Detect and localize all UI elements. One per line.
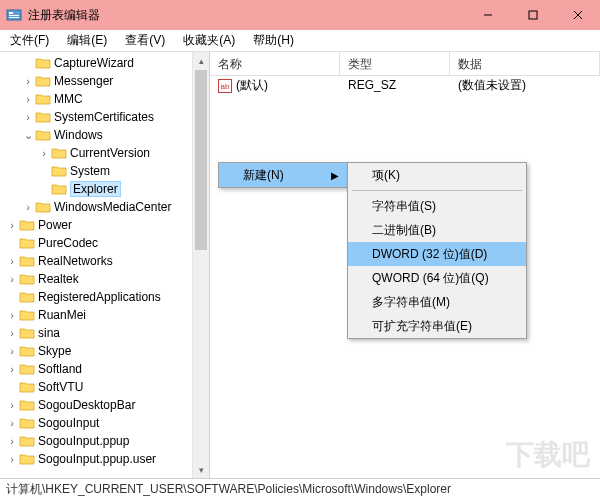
tree-node-label: SoftVTU xyxy=(38,380,83,394)
svg-rect-3 xyxy=(9,17,19,18)
tree-node[interactable]: ›SystemCertificates xyxy=(0,108,209,126)
tree-node[interactable]: System xyxy=(0,162,209,180)
menu-view[interactable]: 查看(V) xyxy=(119,30,171,51)
folder-icon xyxy=(51,146,67,160)
tree-node[interactable]: CaptureWizard xyxy=(0,54,209,72)
ctx-dword[interactable]: DWORD (32 位)值(D) xyxy=(348,242,526,266)
close-button[interactable] xyxy=(555,0,600,30)
tree-node[interactable]: PureCodec xyxy=(0,234,209,252)
tree-node[interactable]: ›SogouInput.ppup xyxy=(0,432,209,450)
expand-toggle-icon[interactable]: › xyxy=(22,76,34,87)
menu-separator xyxy=(352,190,522,191)
expand-toggle-icon[interactable]: › xyxy=(22,112,34,123)
expand-toggle-icon[interactable]: › xyxy=(6,400,18,411)
tree-node[interactable]: RegisteredApplications xyxy=(0,288,209,306)
tree-node[interactable]: ›SogouInput xyxy=(0,414,209,432)
expand-toggle-icon[interactable]: › xyxy=(6,274,18,285)
tree-node[interactable]: ›Power xyxy=(0,216,209,234)
scroll-down-icon[interactable]: ▾ xyxy=(193,461,209,478)
tree-node[interactable]: Explorer xyxy=(0,180,209,198)
svg-rect-2 xyxy=(9,15,19,16)
expand-toggle-icon[interactable]: › xyxy=(6,364,18,375)
expand-toggle-icon[interactable]: › xyxy=(6,418,18,429)
value-name: (默认) xyxy=(236,78,268,92)
expand-toggle-icon[interactable]: › xyxy=(6,346,18,357)
tree-node[interactable]: ›MMC xyxy=(0,90,209,108)
tree-node[interactable]: ›SogouInput.ppup.user xyxy=(0,450,209,468)
folder-icon xyxy=(19,452,35,466)
folder-icon xyxy=(19,218,35,232)
tree-node[interactable]: ›WindowsMediaCenter xyxy=(0,198,209,216)
ctx-string[interactable]: 字符串值(S) xyxy=(348,194,526,218)
scroll-up-icon[interactable]: ▴ xyxy=(193,52,209,69)
ctx-multi[interactable]: 多字符串值(M) xyxy=(348,290,526,314)
tree-node-label: RealNetworks xyxy=(38,254,113,268)
tree-node[interactable]: ›sina xyxy=(0,324,209,342)
ctx-new[interactable]: 新建(N) ▶ xyxy=(219,163,347,187)
tree-scrollbar[interactable]: ▴ ▾ xyxy=(192,52,209,478)
submenu-arrow-icon: ▶ xyxy=(331,170,339,181)
tree-node[interactable]: ›Softland xyxy=(0,360,209,378)
folder-icon xyxy=(19,254,35,268)
folder-icon xyxy=(35,110,51,124)
app-icon xyxy=(6,7,22,23)
ctx-key[interactable]: 项(K) xyxy=(348,163,526,187)
tree-node-label: Skype xyxy=(38,344,71,358)
tree-node-label: Realtek xyxy=(38,272,79,286)
ctx-qword[interactable]: QWORD (64 位)值(Q) xyxy=(348,266,526,290)
tree-node-label: PureCodec xyxy=(38,236,98,250)
ctx-expand[interactable]: 可扩充字符串值(E) xyxy=(348,314,526,338)
expand-toggle-icon[interactable]: › xyxy=(22,202,34,213)
tree-node-label: Explorer xyxy=(70,181,121,197)
expand-toggle-icon[interactable]: › xyxy=(6,328,18,339)
tree-node-label: RegisteredApplications xyxy=(38,290,161,304)
expand-toggle-icon[interactable]: › xyxy=(6,454,18,465)
folder-icon xyxy=(35,92,51,106)
tree-node[interactable]: ›Skype xyxy=(0,342,209,360)
tree-node[interactable]: ⌄Windows xyxy=(0,126,209,144)
menu-favorites[interactable]: 收藏夹(A) xyxy=(177,30,241,51)
expand-toggle-icon[interactable]: › xyxy=(38,148,50,159)
value-type: REG_SZ xyxy=(340,78,450,92)
tree-node[interactable]: ›Realtek xyxy=(0,270,209,288)
tree-node[interactable]: SoftVTU xyxy=(0,378,209,396)
minimize-button[interactable] xyxy=(465,0,510,30)
expand-toggle-icon[interactable]: › xyxy=(22,94,34,105)
expand-toggle-icon[interactable]: › xyxy=(6,436,18,447)
list-header: 名称 类型 数据 xyxy=(210,52,600,76)
folder-icon xyxy=(19,362,35,376)
tree-node-label: RuanMei xyxy=(38,308,86,322)
tree-node-label: CaptureWizard xyxy=(54,56,134,70)
expand-toggle-icon[interactable]: ⌄ xyxy=(22,130,34,141)
expand-toggle-icon[interactable]: › xyxy=(6,256,18,267)
menu-edit[interactable]: 编辑(E) xyxy=(61,30,113,51)
scrollbar-thumb[interactable] xyxy=(195,70,207,250)
list-row[interactable]: ab(默认) REG_SZ (数值未设置) xyxy=(210,76,600,94)
tree-node[interactable]: ›SogouDesktopBar xyxy=(0,396,209,414)
ctx-binary[interactable]: 二进制值(B) xyxy=(348,218,526,242)
tree-node-label: CurrentVersion xyxy=(70,146,150,160)
tree-node[interactable]: ›RuanMei xyxy=(0,306,209,324)
tree-node-label: Messenger xyxy=(54,74,113,88)
folder-icon xyxy=(19,326,35,340)
expand-toggle-icon[interactable]: › xyxy=(6,220,18,231)
folder-icon xyxy=(35,56,51,70)
menu-file[interactable]: 文件(F) xyxy=(4,30,55,51)
tree-node[interactable]: ›CurrentVersion xyxy=(0,144,209,162)
folder-icon xyxy=(19,308,35,322)
tree-node[interactable]: ›RealNetworks xyxy=(0,252,209,270)
status-path: 计算机\HKEY_CURRENT_USER\SOFTWARE\Policies\… xyxy=(6,481,451,498)
string-value-icon: ab xyxy=(218,79,232,93)
col-name[interactable]: 名称 xyxy=(210,52,340,75)
tree-node-label: SogouInput.ppup.user xyxy=(38,452,156,466)
folder-icon xyxy=(19,380,35,394)
menu-help[interactable]: 帮助(H) xyxy=(247,30,300,51)
col-data[interactable]: 数据 xyxy=(450,52,600,75)
col-type[interactable]: 类型 xyxy=(340,52,450,75)
tree-node[interactable]: ›Messenger xyxy=(0,72,209,90)
maximize-button[interactable] xyxy=(510,0,555,30)
folder-icon xyxy=(19,344,35,358)
expand-toggle-icon[interactable]: › xyxy=(6,310,18,321)
tree-node-label: System xyxy=(70,164,110,178)
value-data: (数值未设置) xyxy=(450,77,600,94)
